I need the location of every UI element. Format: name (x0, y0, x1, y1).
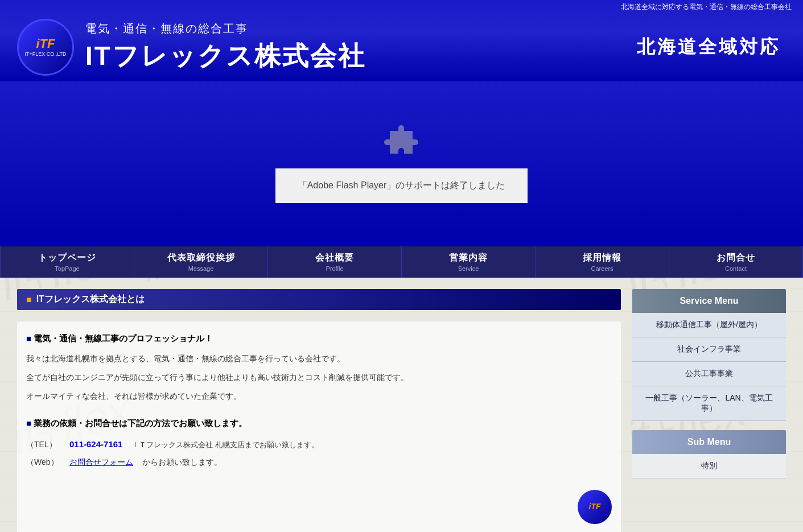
nav-careers-en: Careers (591, 265, 613, 272)
header: 北海道全域に対応する電気・通信・無線の総合工事会社 iTF IT+FLEX CO… (0, 0, 803, 81)
header-title-block: 電気・通信・無線の総合工事 ITフレックス株式会社 (85, 21, 366, 74)
logo-bottom-text: iTF (589, 500, 601, 514)
nav-careers[interactable]: 採用情報 Careers (536, 246, 669, 278)
section1-p1: 我々は北海道札幌市を拠点とする、電気・通信・無線の総合工事を行っている会社です。 (26, 352, 612, 366)
service-menu-section: Service Menu 移動体通信工事（屋外/屋内） 社会インフラ事業 公共工… (632, 289, 786, 421)
flash-message: 「Adobe Flash Player」のサポートは終了しました (275, 168, 528, 203)
logo-bottom: iTF (578, 490, 612, 524)
nav-service-ja: 営業内容 (449, 252, 488, 264)
sidebar-item-general[interactable]: 一般工事（ソーラー、LAN、電気工事） (632, 386, 786, 421)
header-main-title: ITフレックス株式会社 (85, 39, 366, 74)
section1-p2: 全てが自社のエンジニアが先頭に立って行う事により他社よりも高い技術力とコスト削減… (26, 370, 612, 385)
section-2: 業務の依頼・お問合せは下記の方法でお願い致します。 （TEL） 011-624-… (26, 415, 612, 469)
nav-service-en: Service (458, 265, 479, 272)
tel-number[interactable]: 011-624-7161 (69, 436, 122, 452)
sidebar-item-public[interactable]: 公共工事事業 (632, 362, 786, 386)
nav-contact-ja: お問合せ (716, 252, 755, 264)
nav-toppage-en: TopPage (55, 265, 79, 272)
section1-p3: オールマイティな会社、それは皆様が求めていた企業です。 (26, 389, 612, 403)
navigation: トップページ TopPage 代表取締役挨拶 Message 会社概要 Prof… (0, 246, 803, 278)
nav-profile[interactable]: 会社概要 Profile (268, 246, 402, 278)
service-menu-header: Service Menu (632, 289, 786, 313)
contact-web-row: （Web） お問合せフォーム からお願い致します。 (26, 455, 612, 469)
logo-sub-text: IT+FLEX CO.,LTD (24, 51, 66, 57)
nav-profile-ja: 会社概要 (315, 252, 354, 264)
nav-service[interactable]: 営業内容 Service (402, 246, 536, 278)
tel-label: （TEL） (26, 438, 60, 452)
logo-main-text: iTF (36, 38, 55, 50)
header-right-text: 北海道全域対応 (637, 35, 792, 60)
nav-careers-ja: 採用情報 (583, 252, 621, 264)
top-tagline: 北海道全域に対応する電気・通信・無線の総合工事会社 (0, 0, 803, 13)
section-1: 電気・通信・無線工事のプロフェッショナル！ 我々は北海道札幌市を拠点とする、電気… (26, 331, 612, 404)
sidebar-right: Service Menu 移動体通信工事（屋外/屋内） 社会インフラ事業 公共工… (632, 289, 786, 532)
nav-message-en: Message (188, 265, 214, 272)
nav-message[interactable]: 代表取締役挨拶 Message (134, 246, 268, 278)
content-title-bar: ITフレックス株式会社とは (17, 289, 621, 310)
contact-tel-row: （TEL） 011-624-7161 ＩＴフレックス株式会社 札幌支店までお願い… (26, 436, 612, 452)
web-link[interactable]: お問合せフォーム (69, 455, 133, 469)
header-left: iTF IT+FLEX CO.,LTD 電気・通信・無線の総合工事 ITフレック… (17, 19, 366, 76)
nav-toppage[interactable]: トップページ TopPage (0, 246, 134, 278)
nav-contact-en: Contact (725, 265, 747, 272)
header-subtitle: 電気・通信・無線の総合工事 (85, 21, 366, 36)
sub-menu-header: Sub Menu (632, 430, 786, 454)
content-body: 電気・通信・無線工事のプロフェッショナル！ 我々は北海道札幌市を拠点とする、電気… (17, 321, 621, 532)
flash-placeholder: 「Adobe Flash Player」のサポートは終了しました (275, 125, 528, 203)
content-title-text: ITフレックス株式会社とは (36, 294, 145, 306)
main-wrapper: ITフレックス株式会社とは 電気・通信・無線工事のプロフェッショナル！ 我々は北… (0, 278, 803, 532)
tel-desc: ＩＴフレックス株式会社 札幌支店までお願い致します。 (131, 438, 319, 451)
tagline-text: 北海道全域に対応する電気・通信・無線の総合工事会社 (621, 3, 792, 11)
sidebar-sub-item-special[interactable]: 特別 (632, 454, 786, 479)
sidebar-item-infra[interactable]: 社会インフラ事業 (632, 337, 786, 362)
nav-contact[interactable]: お問合せ Contact (669, 246, 803, 278)
section1-heading: 電気・通信・無線工事のプロフェッショナル！ (26, 331, 612, 346)
nav-toppage-ja: トップページ (38, 252, 96, 264)
content-left: ITフレックス株式会社とは 電気・通信・無線工事のプロフェッショナル！ 我々は北… (17, 289, 621, 532)
sidebar-item-mobile[interactable]: 移動体通信工事（屋外/屋内） (632, 313, 786, 337)
web-label: （Web） (26, 455, 60, 469)
nav-message-ja: 代表取締役挨拶 (167, 252, 235, 264)
section2-heading: 業務の依頼・お問合せは下記の方法でお願い致します。 (26, 415, 612, 431)
nav-profile-en: Profile (326, 265, 343, 272)
logo: iTF IT+FLEX CO.,LTD (17, 19, 74, 76)
header-content: iTF IT+FLEX CO.,LTD 電気・通信・無線の総合工事 ITフレック… (0, 13, 803, 81)
banner-area: 「Adobe Flash Player」のサポートは終了しました (0, 81, 803, 246)
puzzle-icon (384, 125, 418, 159)
web-link-desc: からお願い致します。 (142, 455, 222, 469)
sub-menu-section: Sub Menu 特別 (632, 430, 786, 479)
